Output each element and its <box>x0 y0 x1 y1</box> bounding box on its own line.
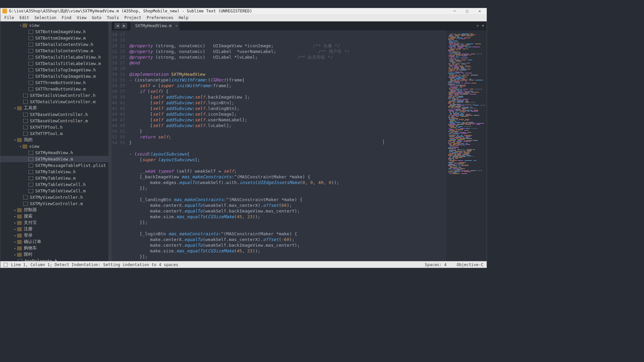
disclosure-arrow-icon[interactable]: ▸ <box>13 253 17 256</box>
new-tab-button[interactable]: ＋ <box>475 23 480 29</box>
close-button[interactable]: ✕ <box>475 9 485 13</box>
nav-back-button[interactable]: ◀ <box>114 23 120 29</box>
disclosure-arrow-icon[interactable]: ▸ <box>13 234 17 237</box>
file-item[interactable]: SXTDetailsViewController.m <box>0 99 112 105</box>
nav-forward-button[interactable]: ▶ <box>121 23 127 29</box>
folder-item[interactable]: ▸登录 <box>0 232 112 239</box>
file-item[interactable]: SXTBaseViewController.h <box>0 111 112 118</box>
disclosure-arrow-icon[interactable]: ▸ <box>13 215 17 218</box>
folder-item[interactable]: ▸限时 <box>0 251 112 258</box>
minimap[interactable] <box>446 30 487 261</box>
tree-item-label: 限时 <box>24 252 33 257</box>
file-item[interactable]: SXTDetailsTitleLabelView.h <box>0 54 112 60</box>
disclosure-arrow-icon[interactable]: ▾ <box>18 23 22 27</box>
file-item[interactable]: SXTMyHeadView.m <box>0 156 112 162</box>
disclosure-arrow-icon[interactable]: ▸ <box>13 227 17 231</box>
folder-item[interactable]: ▸支付宝 <box>0 220 112 226</box>
folder-item[interactable]: ▸注册 <box>0 226 112 232</box>
tree-item-label: SXTMyTableViewCell.m <box>35 188 86 193</box>
folder-item[interactable]: ▾工具类 <box>0 105 112 111</box>
file-item[interactable]: SXTMyViewController.h <box>0 194 112 200</box>
maximize-button[interactable]: ▢ <box>462 9 472 13</box>
menu-tools[interactable]: Tools <box>104 15 122 20</box>
disclosure-arrow-icon[interactable]: ▾ <box>18 144 22 148</box>
file-item[interactable]: SXTDetailsTitleLabelView.m <box>0 60 112 67</box>
folder-item[interactable]: ▾view <box>0 22 112 28</box>
file-item[interactable]: SXTDetailsContentView.m <box>0 48 112 54</box>
code-line: @end <box>129 60 446 66</box>
tree-item-label: SXTMyHeadView.m <box>35 157 73 162</box>
file-item[interactable]: SXTThreeButtonView.m <box>0 86 112 92</box>
window-title: G:\ios\A3Shop\A3Shop\我的\view\SXTMyHeadVi… <box>9 8 450 14</box>
folder-item[interactable]: ▾我的 <box>0 137 112 143</box>
file-item[interactable]: SXTMyHeadView.h <box>0 149 112 156</box>
file-item[interactable]: SXTDetailsViewController.h <box>0 92 112 99</box>
menu-preferences[interactable]: Preferences <box>144 15 176 20</box>
menu-edit[interactable]: Edit <box>17 15 32 20</box>
file-item[interactable]: SXTBottomImageView.h <box>0 28 112 35</box>
file-item[interactable]: SXTHTTPTool.m <box>0 130 112 137</box>
code-line: @property (strong, nonatomic) UILabel *u… <box>129 49 446 54</box>
menubar: FileEditSelectionFindViewGotoToolsProjec… <box>0 14 487 21</box>
sidebar-scrollbar-thumb[interactable] <box>109 169 111 189</box>
tree-item-label: view <box>29 144 39 149</box>
folder-item[interactable]: ▸购物车 <box>0 245 112 251</box>
folder-item[interactable]: ▸控制器 <box>0 207 112 213</box>
code-editor[interactable]: @property (strong, nonatomic) UIImageVie… <box>129 30 446 261</box>
file-item[interactable]: AppDelegate.h <box>0 258 112 261</box>
folder-item[interactable]: ▸搜索 <box>0 213 112 220</box>
code-line: [_loginBtn mas_makeConstraints:^(MASCons… <box>129 231 446 237</box>
file-item[interactable]: SXTThreeButtonView.h <box>0 79 112 86</box>
file-tab[interactable]: SXTMyHeadView.m ✕ <box>130 21 179 30</box>
folder-icon <box>17 240 22 244</box>
file-item[interactable]: SXTMyViewController.m <box>0 200 112 207</box>
menu-goto[interactable]: Goto <box>89 15 104 20</box>
tab-dropdown-icon[interactable]: ▼ <box>482 24 484 27</box>
disclosure-arrow-icon[interactable]: ▾ <box>13 138 17 142</box>
code-wrap: 16 17 18 19 20 21 22 23 24 25 26 27 28 2… <box>112 30 487 261</box>
status-syntax[interactable]: Objective-C <box>457 262 483 267</box>
sidebar[interactable]: ▾viewSXTBottomImageView.hSXTBottomImageV… <box>0 21 112 261</box>
disclosure-arrow-icon[interactable]: ▸ <box>13 208 17 212</box>
file-item[interactable]: SXTBaseViewController.m <box>0 118 112 124</box>
code-line: }]; <box>129 185 446 191</box>
code-line: @property (strong, nonatomic) UILabel *l… <box>129 54 446 60</box>
file-item[interactable]: SXTDetailsTopImageView.h <box>0 67 112 73</box>
folder-item[interactable]: ▾view <box>0 143 112 149</box>
file-item[interactable]: SXTMyTableView.h <box>0 169 112 175</box>
menu-help[interactable]: Help <box>176 15 191 20</box>
file-item[interactable]: SXTBottomImageView.m <box>0 35 112 41</box>
status-icon[interactable] <box>4 263 8 267</box>
tree-item-label: SXTThreeButtonView.m <box>35 86 86 92</box>
file-item[interactable]: SXTMyTableViewCell.m <box>0 188 112 194</box>
file-icon <box>23 100 28 104</box>
disclosure-arrow-icon[interactable]: ▸ <box>13 240 17 244</box>
folder-icon <box>17 234 22 238</box>
titlebar[interactable]: G:\ios\A3Shop\A3Shop\我的\view\SXTMyHeadVi… <box>0 8 487 14</box>
folder-item[interactable]: ▸确认订单 <box>0 239 112 245</box>
file-icon <box>23 132 28 136</box>
disclosure-arrow-icon[interactable]: ▸ <box>13 221 17 225</box>
menu-project[interactable]: Project <box>122 15 144 20</box>
tree-item-label: AppDelegate.h <box>24 258 57 261</box>
code-line: [self addSubview:self.userNameLabel]; <box>129 117 446 123</box>
menu-file[interactable]: File <box>2 15 17 20</box>
code-line: } <box>129 128 446 134</box>
file-item[interactable]: SXTHTTPTool.h <box>0 124 112 130</box>
file-item[interactable]: SXTDetailsTopImageView.m <box>0 73 112 79</box>
file-item[interactable]: SXTMyTableView.m <box>0 175 112 181</box>
menu-selection[interactable]: Selection <box>32 15 59 20</box>
tree-item-label: SXTHTTPTool.m <box>30 131 63 136</box>
file-item[interactable]: SXTDetailsContentView.h <box>0 41 112 48</box>
file-item[interactable]: SXTMyMessageTablePlist.plist <box>0 162 112 169</box>
tree-item-label: SXTMyViewController.m <box>30 201 83 206</box>
menu-view[interactable]: View <box>74 15 89 20</box>
disclosure-arrow-icon[interactable]: ▸ <box>13 246 17 250</box>
file-item[interactable]: SXTMyTableViewCell.h <box>0 181 112 188</box>
disclosure-arrow-icon[interactable]: ▾ <box>13 106 17 110</box>
minimize-button[interactable]: ─ <box>450 9 460 13</box>
menu-find[interactable]: Find <box>59 15 74 20</box>
status-spaces[interactable]: Spaces: 4 <box>425 262 446 267</box>
code-line: make.centerY.equalTo(weakSelf.backImageV… <box>129 208 446 214</box>
tab-close-icon[interactable]: ✕ <box>175 23 178 28</box>
